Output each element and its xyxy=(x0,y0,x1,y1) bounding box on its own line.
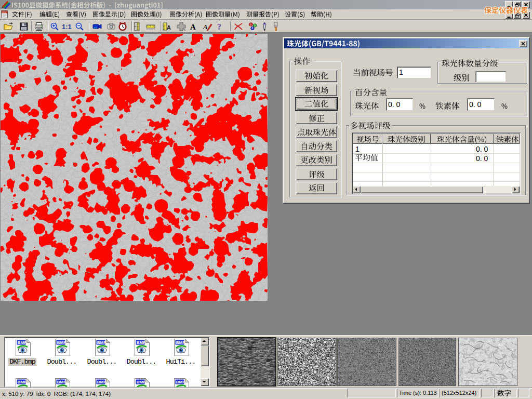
svg-text:BMP: BMP xyxy=(18,380,27,384)
svg-text:DOC: DOC xyxy=(2,11,6,14)
svg-text:BMP: BMP xyxy=(18,340,27,345)
svg-text:BMP: BMP xyxy=(97,340,107,345)
svg-text:BMP: BMP xyxy=(176,340,185,345)
svg-text:BMP: BMP xyxy=(137,380,146,384)
svg-text:BMP: BMP xyxy=(97,380,107,384)
svg-text:A: A xyxy=(203,23,208,31)
svg-text:?: ? xyxy=(217,22,221,31)
svg-text:BMP: BMP xyxy=(137,340,146,345)
svg-text:A: A xyxy=(167,24,171,31)
svg-text:BMP: BMP xyxy=(57,340,66,345)
svg-text:1:1: 1:1 xyxy=(62,23,72,31)
svg-text:BMP: BMP xyxy=(57,380,66,384)
svg-text:BMP: BMP xyxy=(176,380,185,384)
svg-text:A: A xyxy=(190,23,196,31)
